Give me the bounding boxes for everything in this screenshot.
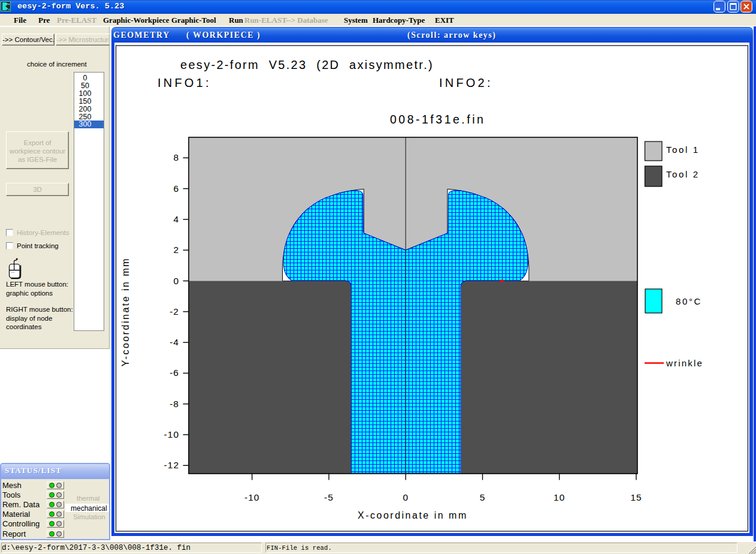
svg-text:wrinkle: wrinkle bbox=[666, 358, 703, 368]
svg-text:Tool 2: Tool 2 bbox=[666, 169, 700, 179]
svg-text:-8: -8 bbox=[170, 399, 179, 409]
svg-text:-4: -4 bbox=[170, 337, 179, 347]
svg-text:008-1f31e.fin: 008-1f31e.fin bbox=[390, 113, 485, 126]
svg-text:15: 15 bbox=[630, 492, 642, 502]
svg-text:8: 8 bbox=[173, 152, 179, 162]
svg-text:2: 2 bbox=[173, 245, 179, 255]
svg-text:INFO1:: INFO1: bbox=[158, 76, 211, 89]
svg-text:5: 5 bbox=[480, 492, 486, 502]
svg-text:80°C: 80°C bbox=[676, 296, 702, 306]
svg-text:-12: -12 bbox=[164, 460, 179, 470]
svg-text:-5: -5 bbox=[324, 492, 334, 502]
svg-text:-2: -2 bbox=[170, 306, 179, 317]
svg-text:0: 0 bbox=[403, 492, 409, 502]
svg-text:-10: -10 bbox=[164, 429, 179, 439]
svg-text:0: 0 bbox=[173, 276, 179, 286]
svg-text:eesy-2-form V5.23 (2D axisy: eesy-2-form V5.23 (2D axisymmetr.) bbox=[180, 58, 434, 71]
svg-text:X-coordinate in mm: X-coordinate in mm bbox=[358, 510, 468, 520]
svg-text:10: 10 bbox=[554, 492, 565, 502]
svg-text:Tool 1: Tool 1 bbox=[666, 144, 700, 155]
svg-text:6: 6 bbox=[173, 183, 179, 194]
svg-text:-10: -10 bbox=[244, 492, 259, 502]
svg-text:4: 4 bbox=[173, 214, 179, 224]
svg-text:Y-coordinate in mm: Y-coordinate in mm bbox=[120, 257, 131, 366]
svg-text:INFO2:: INFO2: bbox=[439, 76, 493, 89]
svg-text:-6: -6 bbox=[170, 368, 179, 378]
